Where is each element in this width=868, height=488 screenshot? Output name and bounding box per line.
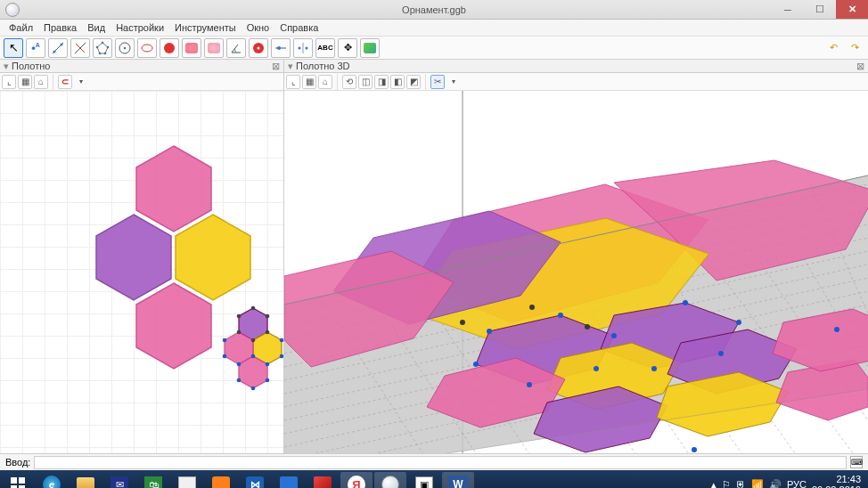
svg-point-100	[651, 366, 657, 371]
tool-circlefill[interactable]	[249, 38, 268, 58]
undo-icon: ↶	[830, 42, 838, 53]
tray-lang[interactable]: РУС	[787, 479, 807, 488]
tool-polygon[interactable]	[93, 38, 112, 58]
svg-point-7	[107, 45, 110, 48]
tool-reflect[interactable]	[293, 38, 313, 58]
tray-up-icon[interactable]: ▴	[711, 479, 717, 489]
tool-line[interactable]	[48, 38, 68, 58]
menu-view[interactable]: Вид	[82, 22, 111, 33]
svg-point-43	[251, 354, 256, 359]
tool-custom[interactable]	[360, 38, 380, 58]
view-iso[interactable]: ◩	[406, 75, 421, 89]
svg-point-6	[102, 41, 104, 44]
tool-spot3[interactable]	[204, 38, 224, 58]
svg-point-1	[53, 50, 56, 53]
rotate-3d[interactable]: ⟲	[342, 75, 356, 89]
task-app5[interactable]	[307, 472, 339, 488]
minimize-button[interactable]: ─	[772, 0, 804, 19]
tool-perpendicular[interactable]	[70, 38, 90, 58]
task-store[interactable]: 🛍	[137, 472, 169, 488]
tray-clock[interactable]: 21:43 26.02.2016	[812, 474, 861, 488]
tool-point[interactable]: •A	[26, 38, 45, 58]
home-3d[interactable]: ⌂	[318, 75, 332, 89]
task-explorer[interactable]	[70, 472, 102, 488]
view-xz[interactable]: ◨	[374, 75, 389, 89]
canvas-3d[interactable]	[284, 91, 868, 453]
maximize-button[interactable]: ☐	[804, 0, 836, 19]
menu-settings[interactable]: Настройки	[111, 22, 169, 33]
menu-help[interactable]: Справка	[274, 22, 323, 33]
close-button[interactable]: ✕	[836, 0, 868, 19]
grid-toggle-2d[interactable]: ▦	[18, 75, 32, 89]
tool-text[interactable]: ABC	[315, 38, 335, 58]
tool-movecanvas[interactable]: ✥	[338, 38, 357, 58]
task-mail[interactable]: ✉	[103, 472, 135, 488]
task-word[interactable]: W	[442, 472, 474, 488]
ggb-icon	[381, 476, 399, 488]
axes-toggle-3d[interactable]: ⌞	[286, 75, 300, 89]
start-button[interactable]	[2, 472, 34, 488]
menu-file[interactable]: Файл	[4, 22, 38, 33]
view-yz[interactable]: ◧	[390, 75, 405, 89]
main-toolbar: ↖ •A ABC ✥ ↶ ↷	[0, 37, 868, 60]
svg-point-93	[611, 333, 617, 338]
panel-2d-header[interactable]: ▾ Полотно ⊠	[0, 60, 283, 73]
panel-3d-close[interactable]: ⊠	[856, 61, 864, 72]
panel-3d-header[interactable]: ▾ Полотно 3D ⊠	[284, 60, 868, 73]
blob-icon	[185, 43, 198, 53]
menu-edit[interactable]: Правка	[38, 22, 82, 33]
dropdown-3d[interactable]: ▾	[446, 75, 461, 89]
svg-marker-23	[176, 215, 250, 300]
small-hex-cluster-2d	[223, 306, 283, 391]
task-ie[interactable]: e	[36, 472, 68, 488]
tool-spot2[interactable]	[182, 38, 201, 58]
tool-slider[interactable]	[271, 38, 291, 58]
redo-icon: ↷	[851, 42, 859, 53]
task-app6[interactable]: ▣	[408, 472, 440, 488]
task-app4[interactable]	[273, 472, 305, 488]
mail-icon: ✉	[111, 476, 128, 488]
tray-shield-icon[interactable]: ⛨	[736, 479, 746, 488]
grid-toggle-3d[interactable]: ▦	[302, 75, 316, 89]
app4-icon	[280, 476, 298, 488]
panel-2d-close[interactable]: ⊠	[272, 61, 280, 72]
svg-point-46	[237, 362, 242, 367]
cursor-icon: ↖	[9, 42, 19, 53]
tool-spot1[interactable]	[160, 38, 179, 58]
view-xy[interactable]: ◫	[358, 75, 373, 89]
tool-angle[interactable]	[226, 38, 246, 58]
keyboard-button[interactable]: ⌨	[850, 456, 863, 468]
task-geogebra[interactable]	[374, 472, 406, 488]
command-input[interactable]	[34, 456, 847, 469]
menu-tools[interactable]: Инструменты	[169, 22, 242, 33]
svg-point-10	[96, 45, 99, 48]
undo-button[interactable]: ↶	[823, 38, 843, 58]
canvas-2d[interactable]	[0, 91, 283, 453]
task-app2[interactable]	[205, 472, 237, 488]
tray-volume-icon[interactable]: 🔊	[769, 479, 782, 489]
tool-move[interactable]: ↖	[4, 38, 23, 58]
angle-icon	[229, 41, 243, 55]
magnet-2d[interactable]: ⊂	[58, 75, 72, 89]
tool-circle[interactable]	[115, 38, 135, 58]
dropdown-2d[interactable]: ▾	[74, 75, 88, 89]
axes-toggle-2d[interactable]: ⌞	[2, 75, 16, 89]
home-2d[interactable]: ⌂	[34, 75, 48, 89]
menu-window[interactable]: Окно	[242, 22, 275, 33]
task-app3[interactable]: ⋈	[239, 472, 271, 488]
tray-flag-icon[interactable]: ⚐	[722, 479, 731, 489]
svg-point-96	[473, 362, 479, 367]
tool-ellipse[interactable]	[137, 38, 157, 58]
tray-network-icon[interactable]: 📶	[751, 479, 764, 489]
task-app1[interactable]	[171, 472, 203, 488]
taskbar: e ✉ 🛍 ⋈ Я ▣ W ▴ ⚐ ⛨ 📶 🔊 РУС 21:43 26.02.…	[0, 470, 868, 488]
task-yandex[interactable]: Я	[340, 472, 373, 488]
line-icon	[51, 41, 65, 55]
svg-point-103	[460, 320, 465, 325]
svg-point-47	[266, 378, 270, 383]
input-label: Ввод:	[5, 457, 30, 468]
clip-3d[interactable]: ✂	[430, 75, 445, 89]
clock-date: 26.02.2016	[812, 484, 861, 488]
redo-button[interactable]: ↷	[845, 38, 864, 58]
circle-icon	[118, 41, 132, 55]
